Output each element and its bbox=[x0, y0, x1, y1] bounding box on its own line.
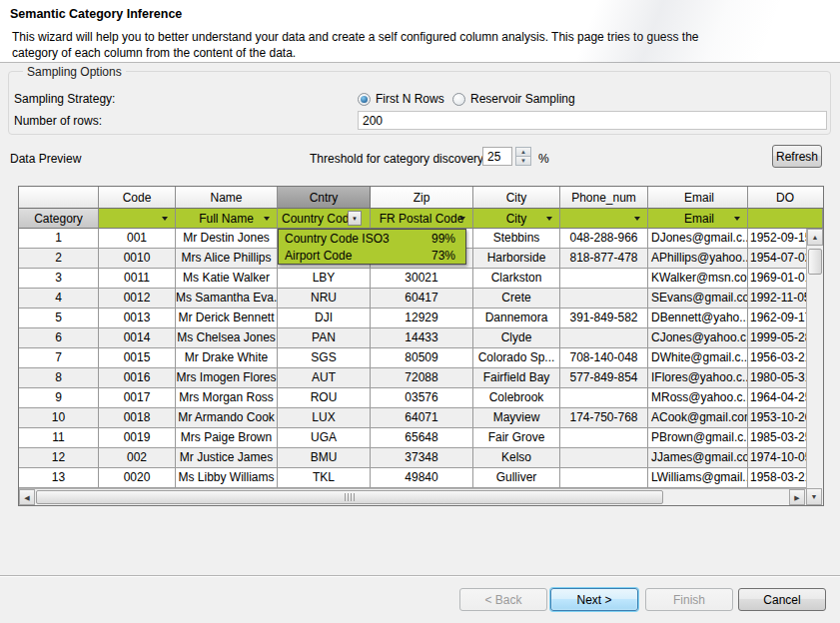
cell-zip: 37348 bbox=[371, 448, 473, 468]
category-select-name[interactable]: Full Name bbox=[176, 209, 278, 229]
radio-reservoir-sampling[interactable] bbox=[452, 93, 465, 106]
column-header-blank[interactable] bbox=[19, 187, 99, 209]
cell-rownum: 7 bbox=[19, 348, 99, 368]
threshold-label: Threshold for category discovery: bbox=[310, 152, 486, 166]
category-row: Category Full Name Country Code ISO3 ▼ F… bbox=[19, 209, 823, 229]
cell-code: 0010 bbox=[99, 249, 176, 269]
radio-first-n-rows[interactable] bbox=[358, 93, 371, 106]
page-description: This wizard will help you to better unde… bbox=[12, 29, 811, 61]
cell-rownum: 4 bbox=[19, 289, 99, 309]
wizard-dialog: Semantic Category Inference This wizard … bbox=[0, 0, 840, 623]
cell-cntry: ROU bbox=[278, 388, 371, 408]
cell-city: Fairfield Bay bbox=[473, 368, 560, 388]
cell-name: Ms Chelsea Jones bbox=[176, 328, 278, 348]
scroll-up-button[interactable]: ▲ bbox=[807, 229, 823, 246]
column-header-dob[interactable]: DO bbox=[748, 187, 823, 209]
combo-drop-button[interactable]: ▼ bbox=[348, 211, 362, 226]
category-dropdown-popup: Country Code ISO3 99% Airport Code 73% bbox=[278, 229, 466, 265]
threshold-input[interactable] bbox=[482, 147, 512, 166]
cancel-button[interactable]: Cancel bbox=[738, 588, 826, 611]
dropdown-option-label: Airport Code bbox=[285, 249, 352, 263]
table-row[interactable]: 50013Mr Derick BennettDJI12929Dannemora3… bbox=[19, 309, 823, 328]
table-row[interactable]: 30011Ms Katie WalkerLBY30021ClarkstonKWa… bbox=[19, 269, 823, 289]
scroll-right-icon: ▶ bbox=[794, 494, 799, 501]
table-row[interactable]: 70015Mr Drake WhiteSGS80509Colorado Sp..… bbox=[19, 348, 823, 368]
table-row[interactable]: 130020Ms Libby WilliamsTKL49840GulliverL… bbox=[19, 468, 823, 488]
cell-code: 0020 bbox=[99, 468, 176, 488]
table-row[interactable]: 80016Mrs Imogen FloresAUT72088Fairfield … bbox=[19, 368, 823, 388]
spinner-down-button[interactable]: ▼ bbox=[515, 156, 531, 166]
column-header-zip[interactable]: Zip bbox=[371, 187, 473, 209]
cell-email: DWhite@gmail.c... bbox=[648, 348, 748, 368]
spin-up-icon: ▲ bbox=[520, 149, 526, 155]
table-row[interactable]: 90017Mrs Morgan RossROU03576ColebrookMRo… bbox=[19, 388, 823, 408]
table-row[interactable]: 110019Mrs Paige BrownUGA65648Fair GroveP… bbox=[19, 428, 823, 448]
description-line-2: category of each column from the content… bbox=[12, 46, 296, 60]
scroll-right-button[interactable]: ▶ bbox=[789, 489, 805, 505]
dropdown-option-airport-code[interactable]: Airport Code 73% bbox=[279, 247, 465, 264]
cell-zip: 30021 bbox=[371, 269, 473, 289]
horizontal-scrollbar[interactable]: ◀ ▶ bbox=[19, 488, 806, 505]
cell-phone: 391-849-582 bbox=[560, 309, 648, 328]
cell-rownum: 11 bbox=[19, 428, 99, 448]
category-select-email[interactable]: Email bbox=[648, 209, 748, 229]
vertical-scroll-thumb[interactable] bbox=[808, 249, 822, 275]
table-row[interactable]: 100018Mr Armando CookLUX64071Mayview174-… bbox=[19, 408, 823, 428]
dropdown-option-country-code-iso3[interactable]: Country Code ISO3 99% bbox=[279, 230, 465, 247]
cell-email: JJames@gmail.com bbox=[648, 448, 748, 468]
table-header-row: Code Name Cntry Zip City Phone_num Email… bbox=[19, 187, 823, 209]
cell-phone: 708-140-048 bbox=[560, 348, 648, 368]
threshold-spinner: ▲ ▼ bbox=[515, 147, 531, 166]
sampling-strategy-label: Sampling Strategy: bbox=[14, 92, 115, 106]
cell-code: 0011 bbox=[99, 269, 176, 289]
cell-phone: 577-849-854 bbox=[560, 368, 648, 388]
dropdown-option-confidence: 73% bbox=[431, 249, 455, 263]
column-header-city[interactable]: City bbox=[473, 187, 560, 209]
table-row[interactable]: 60014Ms Chelsea JonesPAN14433ClydeCJones… bbox=[19, 328, 823, 348]
column-header-email[interactable]: Email bbox=[648, 187, 748, 209]
next-button[interactable]: Next > bbox=[550, 588, 638, 611]
cell-email: MRoss@yahoo.c... bbox=[648, 388, 748, 408]
column-header-cntry[interactable]: Cntry bbox=[278, 187, 371, 209]
cell-rownum: 1 bbox=[19, 229, 99, 249]
vertical-scrollbar[interactable]: ▲ bbox=[806, 229, 823, 488]
refresh-button[interactable]: Refresh bbox=[772, 145, 822, 168]
category-select-city-value: City bbox=[506, 212, 527, 226]
scroll-left-button[interactable]: ◀ bbox=[19, 489, 35, 505]
cell-cntry: NRU bbox=[278, 289, 371, 309]
cell-phone: 174-750-768 bbox=[560, 408, 648, 428]
cell-code: 002 bbox=[99, 448, 176, 468]
cell-rownum: 9 bbox=[19, 388, 99, 408]
cell-city: Harborside bbox=[473, 249, 560, 269]
category-select-zip[interactable]: FR Postal Code bbox=[371, 209, 473, 229]
category-select-phone[interactable] bbox=[560, 209, 648, 229]
cell-cntry: AUT bbox=[278, 368, 371, 388]
horizontal-scroll-thumb[interactable] bbox=[36, 490, 663, 504]
cell-rownum: 5 bbox=[19, 309, 99, 328]
cell-email: PBrown@gmail.c... bbox=[648, 428, 748, 448]
column-header-code[interactable]: Code bbox=[99, 187, 176, 209]
column-header-name[interactable]: Name bbox=[176, 187, 278, 209]
category-select-code[interactable] bbox=[99, 209, 176, 229]
cell-cntry: LUX bbox=[278, 408, 371, 428]
category-select-zip-value: FR Postal Code bbox=[380, 212, 464, 226]
radio-reservoir-sampling-label[interactable]: Reservoir Sampling bbox=[470, 92, 575, 106]
category-select-cntry[interactable]: Country Code ISO3 ▼ bbox=[278, 209, 371, 229]
category-select-dob[interactable] bbox=[748, 209, 823, 229]
category-select-city[interactable]: City bbox=[473, 209, 560, 229]
scroll-left-icon: ◀ bbox=[24, 494, 29, 501]
radio-first-n-rows-label[interactable]: First N Rows bbox=[376, 92, 444, 106]
column-header-phone-num[interactable]: Phone_num bbox=[560, 187, 648, 209]
cell-city: Mayview bbox=[473, 408, 560, 428]
number-of-rows-input[interactable] bbox=[358, 111, 827, 130]
table-row[interactable]: 12002Mr Justice JamesBMU37348KelsoJJames… bbox=[19, 448, 823, 468]
cell-rownum: 12 bbox=[19, 448, 99, 468]
category-select-name-value: Full Name bbox=[199, 212, 254, 226]
table-row[interactable]: 40012Ms Samantha Eva...NRU60417CreteSEva… bbox=[19, 289, 823, 309]
back-button: < Back bbox=[459, 588, 547, 611]
cell-cntry: BMU bbox=[278, 448, 371, 468]
cell-name: Mr Destin Jones bbox=[176, 229, 278, 249]
cell-phone bbox=[560, 328, 648, 348]
scroll-down-button[interactable]: ▼ bbox=[806, 488, 822, 505]
page-title: Semantic Category Inference bbox=[10, 7, 182, 21]
